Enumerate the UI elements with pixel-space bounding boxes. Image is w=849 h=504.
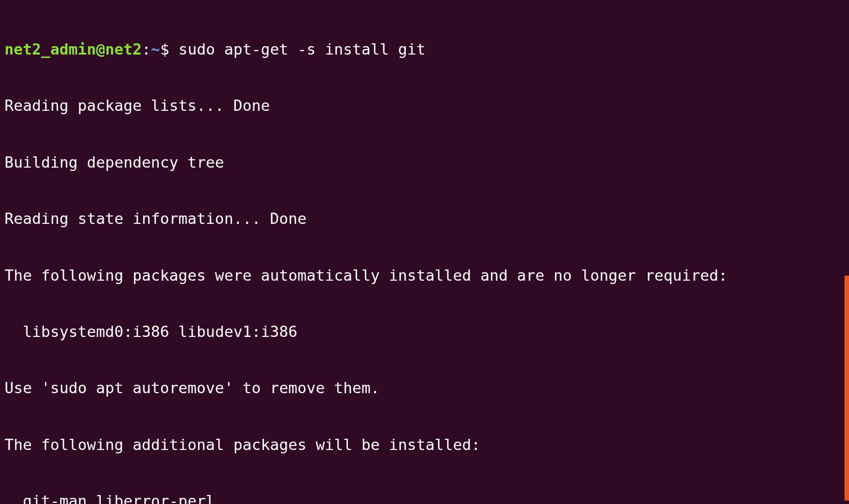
output-line: libsystemd0:i386 libudev1:i386 — [5, 322, 844, 341]
output-line: Reading package lists... Done — [5, 96, 844, 115]
output-line: The following additional packages will b… — [5, 435, 844, 454]
output-line: Use 'sudo apt autoremove' to remove them… — [5, 379, 844, 397]
prompt-user-host: net2_admin@net2 — [5, 40, 142, 58]
output-line: git-man liberror-perl — [5, 492, 844, 504]
command-input[interactable]: sudo apt-get -s install git — [178, 40, 426, 58]
prompt-dollar: $ — [160, 40, 169, 58]
scrollbar[interactable] — [844, 276, 849, 501]
prompt-path: ~ — [151, 40, 160, 58]
terminal-window[interactable]: net2_admin@net2:~$ sudo apt-get -s insta… — [5, 2, 844, 504]
prompt-separator: : — [142, 40, 151, 58]
prompt-line: net2_admin@net2:~$ sudo apt-get -s insta… — [5, 40, 844, 58]
output-line: Reading state information... Done — [5, 209, 844, 228]
output-line: Building dependency tree — [5, 153, 844, 172]
output-line: The following packages were automaticall… — [5, 266, 844, 285]
